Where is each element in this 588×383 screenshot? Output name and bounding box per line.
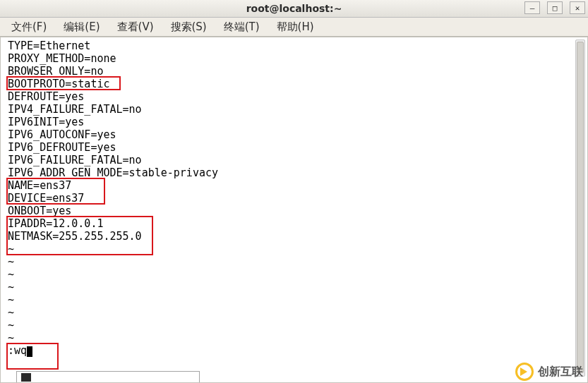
cursor bbox=[27, 346, 32, 357]
config-line-2: BROWSER_ONLY=no bbox=[8, 65, 570, 78]
menu-terminal[interactable]: 终端(T) bbox=[217, 19, 267, 35]
config-line-15: NETMASK=255.255.255.0 bbox=[8, 230, 570, 243]
tilde-line: ~ bbox=[8, 319, 570, 332]
config-line-8: IPV6_DEFROUTE=yes bbox=[8, 141, 570, 154]
terminal-icon bbox=[21, 373, 31, 382]
menu-edit[interactable]: 编辑(E) bbox=[56, 19, 107, 35]
menu-file[interactable]: 文件(F) bbox=[4, 19, 54, 35]
config-line-13: ONBOOT=yes bbox=[8, 205, 570, 217]
watermark-logo-icon bbox=[515, 363, 534, 381]
config-line-12: DEVICE=ens37 bbox=[8, 192, 570, 205]
config-line-0: TYPE=Ethernet bbox=[8, 39, 570, 52]
menu-search[interactable]: 搜索(S) bbox=[164, 19, 214, 35]
terminal[interactable]: TYPE=EthernetPROXY_METHOD=noneBROWSER_ON… bbox=[0, 37, 588, 383]
window-titlebar: root@localhost:~ — □ ✕ bbox=[0, 0, 588, 18]
tilde-line: ~ bbox=[8, 268, 570, 281]
vim-command-line[interactable]: :wq bbox=[8, 344, 570, 357]
config-line-11: NAME=ens37 bbox=[8, 179, 570, 192]
config-line-1: PROXY_METHOD=none bbox=[8, 52, 570, 65]
vim-command-text: :wq bbox=[8, 344, 27, 357]
config-line-4: DEFROUTE=yes bbox=[8, 90, 570, 103]
config-line-7: IPV6_AUTOCONF=yes bbox=[8, 128, 570, 141]
scrollbar-thumb[interactable] bbox=[577, 42, 584, 373]
window-title: root@localhost:~ bbox=[0, 3, 588, 14]
config-line-5: IPV4_FAILURE_FATAL=no bbox=[8, 103, 570, 116]
config-line-10: IPV6_ADDR_GEN_MODE=stable-privacy bbox=[8, 166, 570, 179]
maximize-button[interactable]: □ bbox=[547, 1, 563, 14]
menu-view[interactable]: 查看(V) bbox=[110, 19, 161, 35]
window-controls: — □ ✕ bbox=[524, 1, 585, 14]
menu-help[interactable]: 帮助(H) bbox=[270, 19, 321, 35]
scrollbar[interactable] bbox=[575, 39, 585, 377]
taskbar-item[interactable] bbox=[16, 371, 200, 382]
tilde-line: ~ bbox=[8, 255, 570, 268]
close-button[interactable]: ✕ bbox=[570, 1, 585, 14]
tilde-line: ~ bbox=[8, 243, 570, 255]
watermark: 创新互联 bbox=[515, 363, 583, 381]
tilde-line: ~ bbox=[8, 332, 570, 344]
tilde-line: ~ bbox=[8, 306, 570, 319]
watermark-text: 创新互联 bbox=[538, 365, 583, 379]
menubar: 文件(F) 编辑(E) 查看(V) 搜索(S) 终端(T) 帮助(H) bbox=[0, 18, 588, 37]
config-line-9: IPV6_FAILURE_FATAL=no bbox=[8, 154, 570, 166]
config-line-3: BOOTPROTO=static bbox=[8, 78, 570, 90]
tilde-line: ~ bbox=[8, 293, 570, 306]
config-line-6: IPV6INIT=yes bbox=[8, 116, 570, 128]
config-line-14: IPADDR=12.0.0.1 bbox=[8, 217, 570, 230]
tilde-line: ~ bbox=[8, 281, 570, 293]
minimize-button[interactable]: — bbox=[524, 1, 540, 14]
terminal-content[interactable]: TYPE=EthernetPROXY_METHOD=noneBROWSER_ON… bbox=[8, 39, 570, 357]
